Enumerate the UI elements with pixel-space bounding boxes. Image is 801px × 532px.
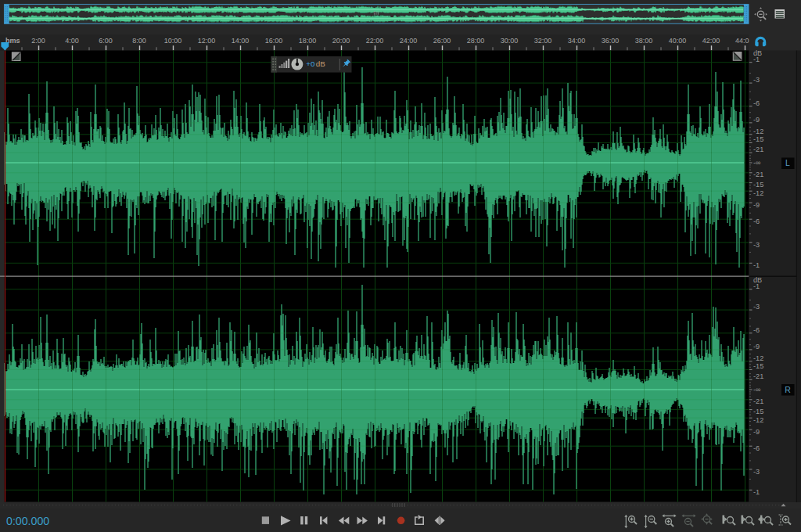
svg-text:38:00: 38:00 — [635, 37, 653, 45]
svg-text:10:00: 10:00 — [164, 37, 182, 45]
svg-text:28:00: 28:00 — [467, 37, 485, 45]
svg-text:-6: -6 — [753, 99, 760, 107]
svg-text:8:00: 8:00 — [132, 37, 146, 45]
svg-text:+0: +0 — [306, 59, 315, 68]
svg-text:-1: -1 — [753, 261, 760, 269]
svg-text:24:00: 24:00 — [400, 37, 418, 45]
svg-text:-∞: -∞ — [753, 386, 761, 394]
svg-text:-12: -12 — [753, 416, 763, 424]
svg-text:-15: -15 — [753, 408, 763, 415]
svg-text:2:00: 2:00 — [31, 37, 45, 45]
svg-text:-1: -1 — [753, 488, 760, 496]
svg-text:dB: dB — [316, 59, 325, 68]
svg-text:-∞: -∞ — [753, 159, 761, 167]
svg-text:4:00: 4:00 — [65, 37, 79, 45]
svg-text:-15: -15 — [753, 181, 763, 189]
svg-text:-12: -12 — [753, 354, 763, 362]
svg-text:-6: -6 — [753, 444, 760, 452]
svg-text:-6: -6 — [753, 217, 760, 225]
svg-text:14:00: 14:00 — [232, 37, 250, 45]
svg-text:-9: -9 — [753, 201, 760, 209]
svg-text:-1: -1 — [753, 282, 760, 290]
svg-text:-3: -3 — [753, 303, 760, 311]
svg-text:34:00: 34:00 — [568, 37, 586, 45]
svg-text:-21: -21 — [753, 372, 763, 380]
svg-text:0:00.000: 0:00.000 — [6, 515, 49, 527]
svg-text:-12: -12 — [753, 128, 763, 135]
svg-text:-3: -3 — [753, 76, 760, 84]
svg-text:6:00: 6:00 — [99, 37, 113, 45]
svg-text:22:00: 22:00 — [366, 37, 384, 45]
svg-text:-15: -15 — [753, 135, 763, 143]
svg-text:-21: -21 — [753, 146, 763, 153]
svg-text:-9: -9 — [753, 343, 760, 350]
svg-text:-21: -21 — [753, 397, 763, 405]
svg-text:16:00: 16:00 — [265, 37, 283, 45]
svg-text:-3: -3 — [753, 468, 760, 476]
svg-text:26:00: 26:00 — [433, 37, 451, 45]
svg-text:-3: -3 — [753, 241, 760, 249]
svg-text:36:00: 36:00 — [602, 37, 620, 45]
svg-text:-6: -6 — [753, 326, 760, 334]
svg-text:L: L — [785, 158, 790, 167]
svg-text:32:00: 32:00 — [534, 37, 552, 45]
svg-text:-9: -9 — [753, 116, 760, 124]
svg-text:20:00: 20:00 — [332, 37, 350, 45]
svg-text:R: R — [785, 385, 791, 394]
svg-text:-21: -21 — [753, 171, 763, 178]
svg-text:30:00: 30:00 — [501, 37, 519, 45]
svg-text:18:00: 18:00 — [299, 37, 317, 45]
svg-text:40:00: 40:00 — [669, 37, 687, 45]
svg-text:-12: -12 — [753, 189, 763, 197]
svg-text:42:00: 42:00 — [702, 37, 720, 45]
svg-text:-15: -15 — [753, 362, 763, 370]
svg-text:44:0: 44:0 — [735, 37, 749, 45]
svg-text:-1: -1 — [753, 56, 760, 63]
svg-text:-9: -9 — [753, 428, 760, 436]
svg-text:12:00: 12:00 — [198, 37, 216, 45]
